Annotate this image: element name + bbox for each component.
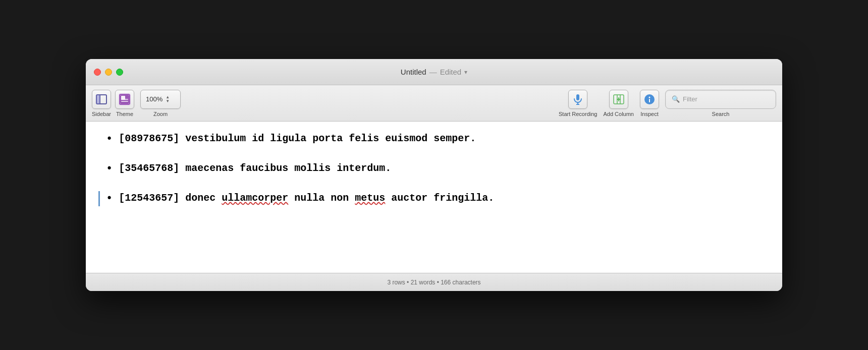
title-edited: Edited: [440, 68, 462, 76]
inspect-button[interactable]: Inspect: [640, 90, 659, 117]
row3-middle: nulla non: [288, 192, 355, 204]
minimize-button[interactable]: [105, 69, 112, 76]
bullet-dot: •: [106, 191, 113, 207]
title-separator: —: [429, 68, 437, 76]
svg-rect-9: [576, 94, 579, 100]
svg-rect-19: [649, 99, 650, 102]
theme-icon-box: [115, 90, 134, 109]
inspect-icon-box: [640, 90, 659, 109]
bullet-dot: •: [106, 132, 113, 147]
status-text: 3 rows • 21 words • 166 characters: [387, 279, 480, 286]
row3-underline1: ullamcorper: [222, 192, 288, 204]
add-col-svg: [613, 93, 625, 105]
statusbar: 3 rows • 21 words • 166 characters: [86, 273, 782, 291]
add-column-icon: [609, 90, 628, 109]
inspect-label: Inspect: [640, 111, 658, 117]
search-placeholder: Filter: [683, 95, 697, 103]
list-item: • [35465768] maecenas faucibus mollis in…: [106, 161, 762, 177]
sidebar-icon: [95, 93, 107, 105]
row3-before: [12543657] donec: [119, 192, 222, 204]
theme-icon: [118, 92, 132, 106]
zoom-value: 100%: [146, 95, 162, 103]
svg-rect-2: [96, 95, 100, 104]
titlebar: Untitled — Edited ▾: [86, 59, 782, 85]
traffic-lights: [94, 69, 123, 76]
sidebar-label: Sidebar: [92, 111, 111, 117]
zoom-control[interactable]: 100% ▲ ▼ Zoom: [140, 90, 181, 117]
app-window: Untitled — Edited ▾ Sidebar: [86, 59, 782, 291]
theme-button[interactable]: Theme: [115, 90, 134, 117]
toolbar: Sidebar Theme 100%: [86, 85, 782, 122]
microphone-icon: [568, 90, 587, 109]
list-item: • [08978675] vestibulum id ligula porta …: [106, 132, 762, 147]
svg-point-18: [649, 96, 650, 98]
row3-text: [12543657] donec ullamcorper nulla non m…: [119, 191, 494, 205]
theme-label: Theme: [116, 111, 133, 117]
svg-rect-7: [121, 101, 128, 102]
start-recording-button[interactable]: Start Recording: [559, 90, 597, 117]
window-title: Untitled — Edited ▾: [401, 68, 467, 76]
title-main: Untitled: [401, 68, 426, 76]
inspect-svg: [643, 93, 656, 105]
row3-underline2: metus: [355, 192, 385, 204]
search-label: Search: [712, 111, 730, 117]
sidebar-button[interactable]: Sidebar: [92, 90, 111, 117]
zoom-label: Zoom: [153, 111, 168, 117]
search-wrapper: 🔍 Filter Search: [665, 90, 776, 117]
mic-svg: [572, 93, 584, 105]
zoom-stepper[interactable]: ▲ ▼: [166, 95, 170, 103]
search-input[interactable]: 🔍 Filter: [665, 90, 776, 109]
start-recording-label: Start Recording: [559, 111, 597, 117]
add-column-label: Add Column: [603, 111, 634, 117]
search-icon: 🔍: [672, 95, 680, 103]
bullet-list: • [08978675] vestibulum id ligula porta …: [106, 132, 762, 206]
zoom-display[interactable]: 100% ▲ ▼: [140, 90, 181, 109]
close-button[interactable]: [94, 69, 101, 76]
row1-text: [08978675] vestibulum id ligula porta fe…: [119, 132, 476, 146]
list-item: • [12543657] donec ullamcorper nulla non…: [98, 191, 762, 207]
content-area: • [08978675] vestibulum id ligula porta …: [86, 122, 782, 273]
row2-text: [35465768] maecenas faucibus mollis inte…: [119, 161, 391, 176]
title-chevron[interactable]: ▾: [464, 69, 467, 76]
maximize-button[interactable]: [116, 69, 123, 76]
add-column-button[interactable]: Add Column: [603, 90, 634, 117]
row3-after: auctor fringilla.: [385, 192, 494, 204]
sidebar-icon-box: [92, 90, 111, 109]
svg-rect-8: [121, 99, 128, 100]
bullet-dot: •: [106, 161, 113, 177]
